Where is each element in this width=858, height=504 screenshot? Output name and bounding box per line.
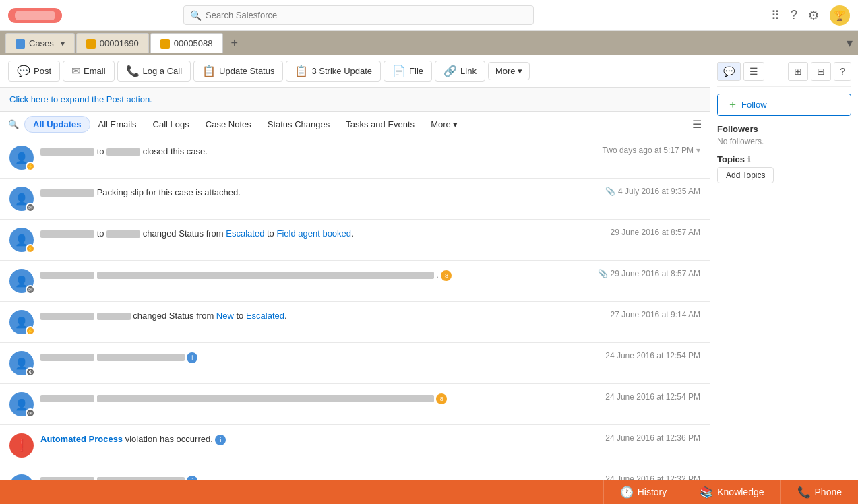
update-status-button[interactable]: 📋 Update Status (193, 61, 283, 82)
blurred-body (97, 395, 434, 402)
feed-time: 📎 4 July 2016 at 9:35 AM (605, 187, 700, 196)
automated-process-name: Automated Process (40, 434, 123, 444)
tab-case1690-label: 00001690 (100, 38, 139, 49)
filter-call-logs[interactable]: Call Logs (145, 117, 197, 132)
feed-text: changed Status from New to Escalated. (40, 310, 287, 322)
feed-text: Packing slip for this case is attached. (40, 187, 241, 199)
blurred-name (40, 148, 94, 156)
list-view-button[interactable]: ☰ (743, 62, 764, 81)
phone-icon: 📞 (126, 65, 140, 77)
help-sidebar-button[interactable]: ? (834, 62, 851, 81)
tab-overflow[interactable]: ▾ (847, 36, 853, 51)
avatar-wrap: 👤 ✉ (9, 187, 34, 211)
bottom-bar: 🕐 History 📚 Knowledge 📞 Phone (0, 480, 858, 504)
filter-all-updates[interactable]: All Updates (24, 116, 90, 133)
history-tab[interactable]: 🕐 History (603, 480, 683, 504)
tab-bar: Cases ▾ 00001690 00005088 + ▾ (0, 31, 858, 55)
avatar-wrap: 👤 ⚙ (9, 351, 34, 375)
feed: 👤 ⚡ to closed this case. Two days ago at… (0, 137, 710, 480)
log-call-button[interactable]: 📞 Log a Call (117, 61, 191, 82)
post-expand-area[interactable]: Click here to expand the Post action. (0, 88, 710, 112)
knowledge-tab[interactable]: 📚 Knowledge (683, 480, 780, 504)
tab-cases[interactable]: Cases ▾ (5, 33, 75, 53)
filter-case-notes[interactable]: Case Notes (197, 117, 259, 132)
comment-badge: i (215, 435, 226, 445)
tab-case1690[interactable]: 00001690 (76, 33, 149, 53)
more-actions-button[interactable]: More ▾ (488, 62, 530, 80)
filter-more-button[interactable]: More ▾ (423, 117, 466, 132)
feed-text: i (40, 351, 197, 363)
mail-badge: ✉ (26, 408, 35, 418)
knowledge-label: Knowledge (717, 486, 764, 497)
mail-badge: ✉ (26, 203, 35, 212)
followers-title: Followers (717, 124, 851, 134)
email-icon: ✉ (71, 65, 80, 77)
chevron-down-icon: ▾ (847, 36, 853, 50)
link-icon: 🔗 (443, 65, 457, 77)
tab-case5088[interactable]: 00005088 (150, 33, 223, 53)
add-topics-button[interactable]: Add Topics (717, 167, 774, 183)
blurred-extra (97, 313, 131, 320)
post-expand-text: Click here to expand the Post action. (9, 94, 152, 104)
help-icon[interactable]: ? (791, 8, 797, 22)
feed-item: 👤 ⚡ changed Status from New to Escalated… (0, 302, 710, 343)
avatar-wrap: 👤 ⚡ (9, 146, 34, 170)
follow-label: Follow (741, 100, 767, 110)
app-logo (8, 8, 62, 23)
comment-count: 8 (441, 270, 452, 281)
dropdown-arrow[interactable]: ▾ (696, 146, 700, 155)
search-icon: 🔍 (190, 10, 202, 21)
tab-add-button[interactable]: + (224, 36, 245, 51)
filter-all-emails[interactable]: All Emails (90, 117, 145, 132)
sidebar-tool-icons: ⊞ ⊟ ? (788, 62, 851, 81)
feed-row: to closed this case. Two days ago at 5:1… (40, 146, 700, 158)
filter-options-icon[interactable]: ☰ (692, 118, 702, 131)
filter-search-icon: 🔍 (8, 119, 19, 129)
three-strike-button[interactable]: 📋 3 Strike Update (286, 61, 381, 82)
comment-badge: i (187, 476, 197, 480)
link-button[interactable]: 🔗 Link (435, 61, 485, 82)
email-button[interactable]: ✉ Email (63, 61, 115, 82)
post-button[interactable]: 💬 Post (8, 61, 60, 82)
feed-item: 👤 ✉ Packing slip for this case is attach… (0, 179, 710, 220)
settings-icon[interactable]: ⚙ (808, 8, 819, 23)
chevron-down-icon: ▾ (518, 66, 522, 76)
tab-cases-chevron[interactable]: ▾ (61, 39, 65, 49)
search-input[interactable] (183, 5, 534, 25)
filter-status-changes[interactable]: Status Changes (259, 117, 338, 132)
follow-button[interactable]: ＋ Follow (717, 94, 851, 116)
avatar-wrap: ❗ (9, 433, 34, 458)
grid-icon[interactable]: ⠿ (771, 8, 780, 23)
feed-content: Packing slip for this case is attached. … (40, 187, 700, 199)
feed-row: changed Status from New to Escalated. 27… (40, 310, 700, 322)
lightning-badge: ⚡ (26, 326, 35, 336)
feed-time: 24 June 2016 at 12:54 PM (605, 351, 700, 360)
chat-view-button[interactable]: 💬 (717, 62, 741, 81)
table-icon-button[interactable]: ⊞ (788, 62, 808, 81)
chevron-down-icon: ▾ (453, 119, 458, 129)
feed-avatar: 👤 (9, 474, 34, 480)
feed-text: to closed this case. (40, 146, 208, 158)
filter-tasks-events[interactable]: Tasks and Events (338, 117, 423, 132)
file-icon: 📄 (392, 65, 406, 77)
blurred-name (40, 313, 94, 320)
feed-text: . 8 (40, 269, 452, 281)
feed-text: to changed Status from Escalated to Fiel… (40, 228, 354, 240)
feed-text: Automated Process violation has occurred… (40, 433, 226, 445)
feed-time: 📎 29 June 2016 at 8:57 AM (598, 269, 700, 278)
blurred-name (40, 189, 94, 197)
phone-tab[interactable]: 📞 Phone (780, 480, 858, 504)
case1690-icon (86, 39, 96, 49)
avatar-wrap: 👤 ⚡ (9, 310, 34, 334)
filter-bar: 🔍 All Updates All Emails Call Logs Case … (0, 112, 710, 137)
gear-badge: ⚙ (26, 367, 35, 377)
topics-section: Topics ℹ Add Topics (717, 154, 851, 183)
file-button[interactable]: 📄 File (384, 61, 432, 82)
feed-content: to closed this case. Two days ago at 5:1… (40, 146, 700, 158)
tab-cases-label: Cases (29, 38, 54, 49)
avatar[interactable]: 🏆 (830, 5, 850, 26)
grid-icon-button[interactable]: ⊟ (811, 62, 831, 81)
followers-section: Followers No followers. (717, 124, 851, 146)
feed-text: i (40, 474, 197, 480)
feed-time: 24 June 2016 at 12:54 PM (605, 392, 700, 402)
